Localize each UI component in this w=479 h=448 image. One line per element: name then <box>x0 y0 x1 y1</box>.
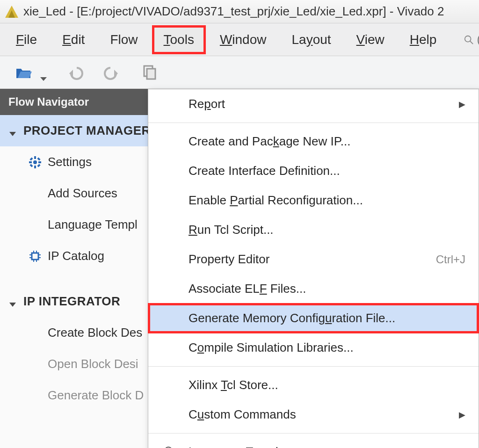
svg-rect-16 <box>29 164 33 167</box>
menu-language-templates[interactable]: Language Templates <box>148 437 479 448</box>
svg-line-3 <box>470 41 473 43</box>
nav-open-block-design[interactable]: Open Block Desi <box>0 348 168 380</box>
svg-rect-18 <box>32 253 38 260</box>
nav-label: Create Block Des <box>48 325 142 340</box>
lightbulb-icon <box>161 445 175 448</box>
nav-label: Add Sources <box>48 186 117 201</box>
menu-separator <box>148 433 479 434</box>
svg-rect-7 <box>147 69 155 79</box>
svg-rect-15 <box>37 157 40 160</box>
menu-view[interactable]: View <box>345 26 396 54</box>
nav-language-templates[interactable]: Language Templ <box>0 209 168 240</box>
svg-marker-27 <box>9 303 16 307</box>
menu-enable-partial-reconfig[interactable]: Enable Partial Reconfiguration... <box>148 186 479 215</box>
chevron-down-icon <box>8 127 17 135</box>
flow-navigator-title: Flow Navigator <box>0 89 168 115</box>
redo-icon[interactable] <box>103 63 122 82</box>
menu-custom-commands[interactable]: Custom Commands ▶ <box>148 400 479 429</box>
section-project-manager[interactable]: PROJECT MANAGER <box>0 115 168 146</box>
open-dropdown-icon[interactable] <box>40 77 47 81</box>
menu-associate-elf-files[interactable]: Associate ELF Files... <box>148 274 479 303</box>
open-project-icon[interactable] <box>14 63 33 82</box>
menu-compile-simulation-libraries[interactable]: Compile Simulation Libraries... <box>148 333 479 362</box>
menu-create-interface-definition[interactable]: Create Interface Definition... <box>148 156 479 186</box>
menu-file[interactable]: File <box>5 26 48 54</box>
copy-icon[interactable] <box>140 63 159 82</box>
menu-create-package-ip[interactable]: Create and Package New IP... <box>148 127 479 156</box>
menu-report[interactable]: Report ▶ <box>148 89 479 119</box>
nav-label: Open Block Desi <box>48 357 138 371</box>
menu-separator <box>148 366 479 367</box>
svg-rect-13 <box>38 161 41 163</box>
flow-navigator-panel: Flow Navigator PROJECT MANAGER Settings … <box>0 89 168 448</box>
toolbar <box>0 56 479 89</box>
menu-separator <box>148 123 479 123</box>
window-title: xie_Led - [E:/project/VIVADO/ad9371_test… <box>23 4 444 19</box>
submenu-arrow-icon: ▶ <box>459 99 465 109</box>
shortcut-label: Ctrl+J <box>436 253 465 266</box>
nav-generate-block-design[interactable]: Generate Block D <box>0 380 168 411</box>
nav-settings[interactable]: Settings <box>0 146 168 178</box>
menu-window[interactable]: Window <box>209 26 278 54</box>
window-titlebar: xie_Led - [E:/project/VIVADO/ad9371_test… <box>0 0 479 23</box>
nav-ip-catalog[interactable]: IP Catalog <box>0 240 168 272</box>
svg-rect-12 <box>29 161 32 163</box>
svg-point-2 <box>465 36 471 42</box>
svg-rect-14 <box>29 157 33 160</box>
undo-icon[interactable] <box>65 63 84 82</box>
nav-label: Language Templ <box>48 217 138 232</box>
menu-flow[interactable]: Flow <box>99 26 149 54</box>
svg-point-9 <box>33 160 37 164</box>
menu-edit[interactable]: Edit <box>51 26 96 54</box>
tools-menu-dropdown: Report ▶ Create and Package New IP... Cr… <box>148 89 479 448</box>
submenu-arrow-icon: ▶ <box>459 410 465 420</box>
menu-generate-memory-config-file[interactable]: Generate Memory Configuration File... <box>148 303 479 333</box>
svg-rect-10 <box>34 156 36 159</box>
menu-xilinx-tcl-store[interactable]: Xilinx Tcl Store... <box>148 370 479 400</box>
menu-help[interactable]: Help <box>399 26 448 54</box>
section-label: PROJECT MANAGER <box>23 123 151 138</box>
menubar: File Edit Flow Tools Window Layout View … <box>0 23 479 56</box>
chevron-down-icon <box>8 297 17 306</box>
svg-rect-17 <box>37 164 40 167</box>
section-ip-integrator[interactable]: IP INTEGRATOR <box>0 286 168 317</box>
gear-icon <box>29 156 41 168</box>
svg-marker-8 <box>9 132 16 136</box>
menu-property-editor[interactable]: Property Editor Ctrl+J <box>148 245 479 274</box>
nav-label: Generate Block D <box>48 388 144 403</box>
menu-run-tcl-script[interactable]: Run Tcl Script... <box>148 215 479 245</box>
nav-add-sources[interactable]: Add Sources <box>0 178 168 209</box>
nav-label: IP Catalog <box>48 249 104 263</box>
nav-create-block-design[interactable]: Create Block Des <box>0 317 168 348</box>
section-label: IP INTEGRATOR <box>23 294 120 309</box>
app-logo-icon <box>4 4 20 20</box>
search-icon <box>464 35 474 45</box>
svg-rect-11 <box>34 166 36 168</box>
menu-layout[interactable]: Layout <box>281 26 342 54</box>
nav-label: Settings <box>48 155 92 169</box>
quick-search[interactable]: ( <box>459 32 479 47</box>
chip-icon <box>29 250 41 262</box>
menu-tools[interactable]: Tools <box>152 25 206 54</box>
